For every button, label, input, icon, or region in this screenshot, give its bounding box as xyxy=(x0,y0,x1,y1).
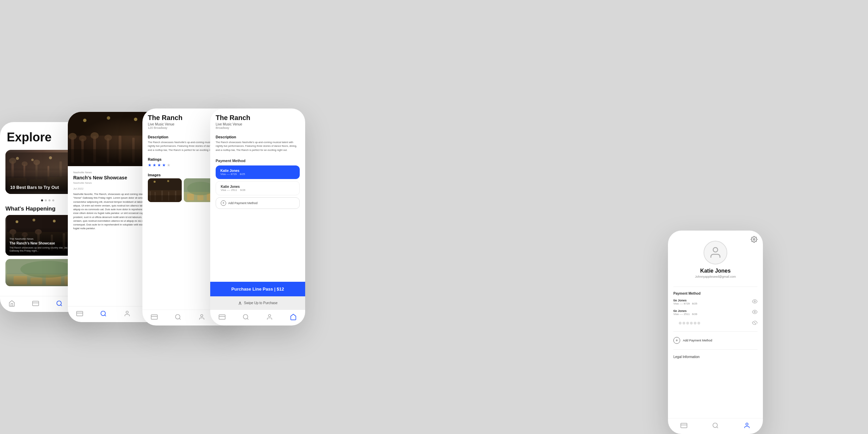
svg-point-57 xyxy=(91,132,99,139)
nav-search[interactable] xyxy=(712,422,719,429)
swipe-area[interactable]: ∧ Swipe Up to Purchase xyxy=(210,296,305,310)
svg-point-15 xyxy=(16,157,19,160)
nav-card[interactable] xyxy=(32,300,39,307)
star-5: ★ xyxy=(167,163,171,167)
svg-point-29 xyxy=(35,229,42,235)
card1-name: Katie Jones xyxy=(220,169,295,173)
nav-search[interactable] xyxy=(100,310,107,317)
profile-card1-number: Visa ---- 8729 8/25 xyxy=(673,302,697,305)
svg-point-32 xyxy=(53,220,56,222)
nav-search[interactable] xyxy=(174,313,182,321)
svg-rect-100 xyxy=(680,423,687,428)
svg-line-44 xyxy=(61,305,62,306)
add-payment-button[interactable]: + Add Payment Method xyxy=(216,197,300,209)
nav-search[interactable] xyxy=(56,300,63,307)
settings-icon[interactable] xyxy=(751,236,757,244)
dot-c6 xyxy=(697,322,700,324)
svg-rect-90 xyxy=(219,315,225,319)
nav-search[interactable] xyxy=(242,313,250,321)
nav-card[interactable] xyxy=(76,310,83,317)
dot-2[interactable] xyxy=(45,199,47,201)
payment-title: Payment Method xyxy=(216,159,300,163)
nav-home[interactable] xyxy=(290,313,297,321)
profile-card1-info: tie Jones Visa ---- 8729 8/25 xyxy=(673,299,697,305)
add-payment-icon: + xyxy=(673,337,680,344)
payment-card-1[interactable]: Katie Jones Visa ---- 8729 8/25 xyxy=(216,165,300,179)
svg-line-67 xyxy=(105,315,106,316)
svg-rect-52 xyxy=(119,136,121,163)
nav-home[interactable] xyxy=(8,300,16,307)
svg-point-43 xyxy=(57,301,61,305)
profile-card-1[interactable]: tie Jones Visa ---- 8729 8/25 xyxy=(668,297,763,307)
svg-rect-85 xyxy=(151,315,157,319)
profile-card3-dots xyxy=(673,320,706,327)
profile-email: Johnnyappleseed@gmail.com xyxy=(695,275,736,278)
purchase-venue-name: The Ranch xyxy=(216,114,300,122)
svg-point-104 xyxy=(746,423,748,426)
star-1: ★ xyxy=(148,163,152,167)
purchase-desc-text: The Ranch showcases Nashville's up-and-c… xyxy=(210,140,305,155)
svg-point-92 xyxy=(243,315,248,319)
swipe-chevron-icon: ∧ xyxy=(238,300,242,306)
payment-card-2[interactable]: Katie Jones Visa ---- 2511 6/26 xyxy=(216,181,300,195)
svg-point-94 xyxy=(269,315,271,317)
profile-card-2[interactable]: tie Jones Visa ---- 2511 6/26 xyxy=(668,307,763,318)
payment-method-label: Payment Method xyxy=(668,290,763,297)
nav-profile[interactable] xyxy=(266,313,273,321)
svg-point-55 xyxy=(68,133,77,140)
profile-card2-name: tie Jones xyxy=(673,309,697,313)
nav-card[interactable] xyxy=(680,422,688,429)
nav-card[interactable] xyxy=(151,313,158,321)
nav-card[interactable] xyxy=(218,313,226,321)
card2-name: Katie Jones xyxy=(221,185,295,189)
add-payment-row[interactable]: + Add Payment Method xyxy=(668,334,763,347)
dot-c5 xyxy=(694,322,696,324)
svg-point-60 xyxy=(107,116,110,120)
divider-1 xyxy=(673,287,757,287)
svg-rect-50 xyxy=(93,136,96,163)
purchase-button[interactable]: Purchase Line Pass | $12 xyxy=(210,282,305,296)
svg-line-93 xyxy=(247,318,249,320)
svg-rect-4 xyxy=(36,163,38,179)
card1-eye-icon[interactable] xyxy=(752,299,757,305)
svg-rect-48 xyxy=(71,137,74,163)
venue-image-1[interactable] xyxy=(148,178,182,202)
svg-line-88 xyxy=(179,318,181,320)
nav-profile[interactable] xyxy=(123,310,131,317)
svg-point-16 xyxy=(31,159,34,161)
dot-3[interactable] xyxy=(48,199,51,201)
profile-avatar[interactable] xyxy=(704,241,727,264)
svg-rect-3 xyxy=(23,164,25,179)
svg-point-17 xyxy=(49,156,52,159)
divider-2 xyxy=(673,331,757,332)
svg-point-30 xyxy=(16,220,18,223)
bottom-navigation xyxy=(668,418,763,434)
dot-4[interactable] xyxy=(52,199,54,201)
star-2: ★ xyxy=(153,163,156,167)
screen-profile: Katie Jones Johnnyappleseed@gmail.com Pa… xyxy=(668,231,763,434)
star-4: ★ xyxy=(162,163,166,167)
svg-line-103 xyxy=(717,427,718,428)
nav-profile[interactable] xyxy=(743,422,751,429)
svg-point-68 xyxy=(126,311,129,314)
svg-rect-49 xyxy=(81,139,84,163)
dot-c2 xyxy=(683,322,685,324)
card2-eye-icon[interactable] xyxy=(752,309,757,316)
svg-point-31 xyxy=(33,219,35,221)
svg-rect-41 xyxy=(33,301,39,305)
card2-number: Visa ---- 2511 6/26 xyxy=(221,189,295,192)
nav-profile[interactable] xyxy=(198,313,205,321)
svg-point-66 xyxy=(101,311,105,316)
star-3: ★ xyxy=(157,163,161,167)
profile-card2-number: Visa ---- 2511 6/26 xyxy=(673,313,697,316)
legal-label[interactable]: Legal Information xyxy=(668,352,763,361)
svg-rect-6 xyxy=(59,161,62,179)
card3-eye-icon[interactable] xyxy=(752,320,757,327)
profile-card1-name: tie Jones xyxy=(673,299,697,302)
add-payment-icon: + xyxy=(221,200,226,206)
card1-number: Visa ---- 8729 8/25 xyxy=(220,173,295,176)
profile-card-3[interactable] xyxy=(668,318,763,329)
dot-1[interactable] xyxy=(41,199,43,201)
add-payment-label: Add Payment Method xyxy=(683,339,712,342)
svg-point-95 xyxy=(753,239,755,240)
